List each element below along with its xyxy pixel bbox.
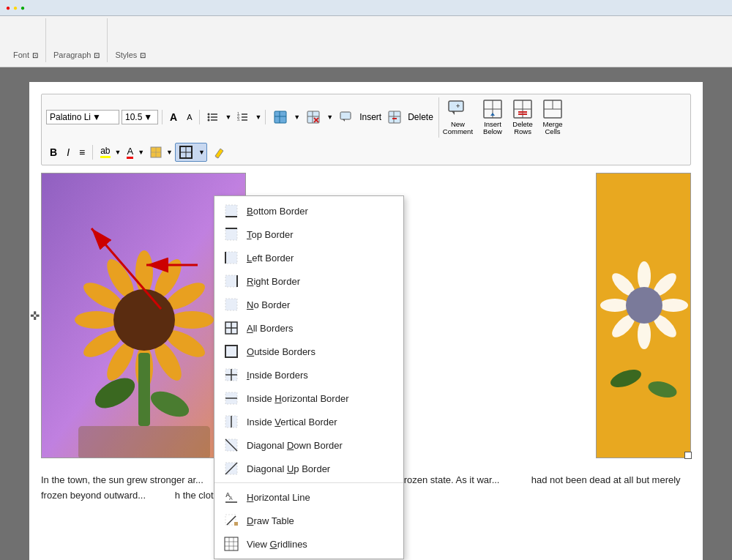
diagonal-down-border-icon <box>223 437 239 453</box>
diagonal-down-border-label: Diagonal Down Border <box>247 440 395 451</box>
new-comment-btn-group[interactable]: + NewComment <box>438 97 477 138</box>
merge-cells-btn-group[interactable]: MergeCells <box>539 97 567 138</box>
outside-borders-label: Outside Borders <box>247 346 395 357</box>
move-handle[interactable]: ✜ <box>30 308 40 322</box>
merge-cells-icon <box>542 99 563 119</box>
view-gridlines-icon <box>223 536 239 552</box>
font-color-dropdown[interactable]: ▼ <box>138 149 144 156</box>
table-grid-button[interactable] <box>269 108 291 127</box>
formatting-toolbar: Palatino Li ▼ 10.5 ▼ A A ▼ <box>41 94 691 165</box>
menu-item-outside-borders[interactable]: Outside Borders <box>214 340 403 363</box>
svg-rect-106 <box>225 537 238 550</box>
svg-point-60 <box>113 289 175 351</box>
font-size-dropdown-arrow: ▼ <box>143 112 152 122</box>
inside-horizontal-border-icon <box>223 390 239 406</box>
outside-borders-icon <box>223 343 239 359</box>
svg-rect-104 <box>225 515 236 525</box>
shrink-font-button[interactable]: A <box>183 111 195 124</box>
highlight-dropdown[interactable]: ▼ <box>115 149 122 156</box>
styles-group-expand-icon[interactable]: ⊡ <box>140 51 146 59</box>
menu-item-right-border[interactable]: Right Border <box>214 269 403 293</box>
sunflower-svg-right <box>597 173 691 458</box>
highlight-button[interactable]: ab <box>97 143 113 160</box>
merge-cells-label: MergeCells <box>543 121 563 136</box>
separator2 <box>199 110 200 124</box>
svg-point-0 <box>208 113 210 116</box>
new-comment-label: NewComment <box>443 121 473 136</box>
menu-item-diagonal-down-border[interactable]: Diagonal Down Border <box>214 433 403 457</box>
bold-button[interactable]: B <box>46 144 61 160</box>
insert-below-btn-group[interactable]: InsertBelow <box>479 97 507 138</box>
menu-item-inside-borders[interactable]: Inside Borders <box>214 363 403 387</box>
delete-rows-icon <box>512 99 533 119</box>
ribbon-font-group: Font ⊡ <box>6 18 46 62</box>
font-size-selector[interactable]: 10.5 ▼ <box>122 110 158 124</box>
menu-item-bottom-border[interactable]: Bottom Border <box>214 199 403 223</box>
menu-item-no-border[interactable]: No Border <box>214 293 403 316</box>
svg-text:+: + <box>456 102 460 110</box>
delete-rows-button[interactable] <box>384 108 406 127</box>
right-border-label: Right Border <box>247 276 395 287</box>
diagonal-up-border-label: Diagonal Up Border <box>247 463 395 474</box>
svg-point-72 <box>600 299 630 312</box>
delete-rows-btn-group[interactable]: DeleteRows <box>509 97 537 138</box>
menu-item-top-border[interactable]: Top Border <box>214 223 403 246</box>
menu-item-all-borders[interactable]: All Borders <box>214 316 403 340</box>
svg-text:A: A <box>229 496 233 501</box>
sunflower-image-right <box>596 173 691 458</box>
grow-font-button[interactable]: A <box>166 109 181 125</box>
bullet-dropdown-arrow[interactable]: ▼ <box>225 113 231 121</box>
diagonal-up-border-icon <box>223 460 239 477</box>
paragraph-group-expand-icon[interactable]: ⊡ <box>94 51 100 59</box>
no-border-icon <box>223 296 239 313</box>
numbered-list-button[interactable]: 1.2.3. <box>234 109 253 125</box>
svg-rect-22 <box>389 111 400 123</box>
menu-item-inside-horizontal-border[interactable]: Inside Horizontal Border <box>214 387 403 410</box>
table-dropdown-arrow[interactable]: ▼ <box>294 113 300 121</box>
menu-item-draw-table[interactable]: Draw Table <box>214 509 403 532</box>
left-border-icon <box>223 250 239 266</box>
svg-rect-77 <box>225 205 237 217</box>
ribbon-paragraph-group: Paragraph ⊡ <box>46 18 108 62</box>
shading-button[interactable] <box>146 144 165 160</box>
pencil-button[interactable] <box>209 143 230 161</box>
svg-rect-83 <box>225 275 237 287</box>
highlight-group: ab ▼ <box>97 143 121 160</box>
bottom-border-label: Bottom Border <box>247 206 395 217</box>
borders-dropdown[interactable]: ▼ <box>197 149 206 156</box>
svg-point-66 <box>638 261 651 291</box>
svg-point-68 <box>659 299 688 312</box>
all-borders-icon <box>223 320 239 336</box>
svg-point-4 <box>208 119 210 122</box>
font-color-button[interactable]: A <box>123 143 137 161</box>
numbered-dropdown-arrow[interactable]: ▼ <box>255 113 261 121</box>
resize-handle[interactable] <box>684 452 691 458</box>
align-button[interactable]: ≡ <box>75 144 89 160</box>
menu-item-left-border[interactable]: Left Border <box>214 246 403 269</box>
menu-item-view-gridlines[interactable]: View Gridlines <box>214 532 403 556</box>
top-border-icon <box>223 226 239 242</box>
insert-comment-button[interactable] <box>335 108 357 127</box>
svg-marker-32 <box>490 113 495 116</box>
font-group-expand-icon[interactable]: ⊡ <box>32 51 38 59</box>
font-name-selector[interactable]: Palatino Li ▼ <box>46 110 119 124</box>
italic-button[interactable]: I <box>63 144 73 160</box>
borders-button[interactable] <box>176 143 196 161</box>
top-border-label: Top Border <box>247 229 395 240</box>
inside-vertical-border-icon <box>223 414 239 430</box>
delete-label: Delete <box>408 112 433 122</box>
table-x-dropdown-arrow[interactable]: ▼ <box>326 113 333 121</box>
menu-item-diagonal-up-border[interactable]: Diagonal Up Border <box>214 457 403 480</box>
font-color-group: A ▼ <box>123 143 144 161</box>
bullet-list-button[interactable] <box>203 109 223 125</box>
table-x-button[interactable] <box>302 108 324 127</box>
menu-item-inside-vertical-border[interactable]: Inside Vertical Border <box>214 410 403 433</box>
right-border-icon <box>223 273 239 289</box>
svg-point-48 <box>135 250 153 294</box>
menu-item-horizontal-line[interactable]: A A Horizontal Line <box>214 485 403 509</box>
borders-group: ▼ <box>175 143 207 162</box>
styles-group-label: Styles <box>115 51 137 59</box>
shading-dropdown[interactable]: ▼ <box>166 149 173 156</box>
draw-table-label: Draw Table <box>247 515 395 526</box>
insert-below-label: InsertBelow <box>483 121 502 136</box>
